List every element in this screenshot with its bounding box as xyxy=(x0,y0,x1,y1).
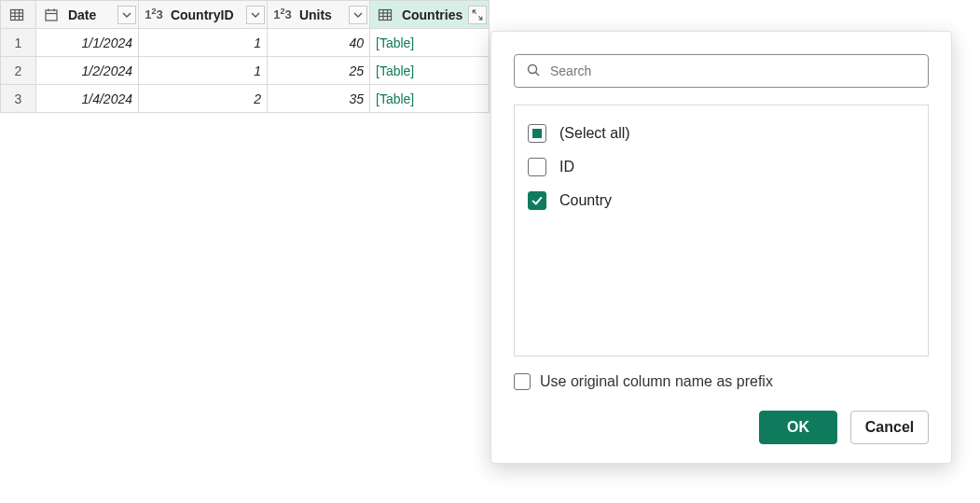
svg-rect-9 xyxy=(380,9,392,20)
option-label: Country xyxy=(559,192,612,209)
svg-rect-0 xyxy=(10,9,22,20)
cell-date[interactable]: 1/2/2024 xyxy=(36,57,139,85)
column-header-date[interactable]: Date xyxy=(36,1,139,29)
row-number: 2 xyxy=(1,57,36,85)
table-icon xyxy=(7,6,26,24)
table-row[interactable]: 2 1/2/2024 1 25 [Table] xyxy=(1,57,490,85)
column-filter-button[interactable] xyxy=(117,6,136,24)
checkbox-checked[interactable] xyxy=(528,191,546,210)
cell-date[interactable]: 1/4/2024 xyxy=(36,85,139,113)
cell-countryid[interactable]: 1 xyxy=(139,29,268,57)
option-select-all[interactable]: (Select all) xyxy=(528,117,915,150)
table-row[interactable]: 3 1/4/2024 2 35 [Table] xyxy=(1,85,490,113)
svg-point-14 xyxy=(529,64,537,73)
calendar-icon xyxy=(42,6,61,24)
svg-rect-5 xyxy=(46,10,57,21)
column-header-units[interactable]: 123 Units xyxy=(268,1,370,29)
checkbox-indeterminate[interactable] xyxy=(528,124,546,143)
checkbox-unchecked[interactable] xyxy=(514,373,531,390)
row-number-header xyxy=(1,1,36,29)
option-id[interactable]: ID xyxy=(528,150,915,184)
column-header-countryid[interactable]: 123 CountryID xyxy=(139,1,268,29)
prefix-label: Use original column name as prefix xyxy=(540,373,773,390)
data-grid: Date 123 CountryID 123 Units xyxy=(0,0,490,113)
number-type-icon: 123 xyxy=(145,6,163,24)
expand-column-panel: (Select all) ID Country Use original col… xyxy=(490,31,952,464)
cancel-button[interactable]: Cancel xyxy=(850,411,929,444)
column-filter-button[interactable] xyxy=(349,6,367,24)
search-box[interactable] xyxy=(514,54,929,88)
dialog-buttons: OK Cancel xyxy=(514,411,929,444)
cell-countries[interactable]: [Table] xyxy=(370,85,490,113)
number-type-icon: 123 xyxy=(273,6,292,24)
checkbox-unchecked[interactable] xyxy=(528,158,546,176)
search-input[interactable] xyxy=(548,63,917,79)
option-country[interactable]: Country xyxy=(528,184,915,217)
prefix-option[interactable]: Use original column name as prefix xyxy=(514,373,929,390)
option-label: ID xyxy=(559,159,574,175)
table-icon xyxy=(376,6,394,24)
cell-countries[interactable]: [Table] xyxy=(370,29,490,57)
column-filter-button[interactable] xyxy=(246,6,265,24)
table-row[interactable]: 1 1/1/2024 1 40 [Table] xyxy=(1,29,490,57)
row-number: 1 xyxy=(1,29,36,57)
search-icon xyxy=(526,63,541,80)
ok-button[interactable]: OK xyxy=(759,411,837,444)
cell-countryid[interactable]: 1 xyxy=(139,57,268,85)
expand-column-button[interactable] xyxy=(468,6,487,24)
option-label: (Select all) xyxy=(559,125,630,142)
svg-line-15 xyxy=(536,72,540,76)
row-number: 3 xyxy=(1,85,36,113)
column-header-countries[interactable]: Countries xyxy=(370,1,490,29)
cell-units[interactable]: 40 xyxy=(268,29,370,57)
cell-countries[interactable]: [Table] xyxy=(370,57,490,85)
column-label: CountryID xyxy=(171,7,234,22)
cell-units[interactable]: 25 xyxy=(268,57,370,85)
column-label: Countries xyxy=(402,7,462,22)
cell-units[interactable]: 35 xyxy=(268,85,370,113)
cell-countryid[interactable]: 2 xyxy=(139,85,268,113)
column-label: Date xyxy=(68,7,96,22)
column-options-list: (Select all) ID Country xyxy=(514,105,929,356)
column-label: Units xyxy=(299,7,332,22)
cell-date[interactable]: 1/1/2024 xyxy=(36,29,139,57)
